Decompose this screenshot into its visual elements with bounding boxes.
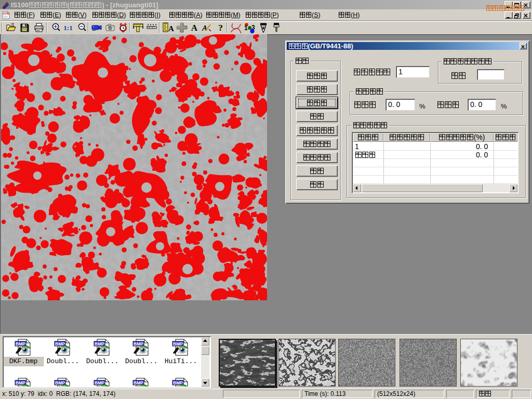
svg-text:DOC: DOC xyxy=(3,12,9,15)
svg-text:?: ? xyxy=(218,23,223,33)
svg-text:1: 1 xyxy=(244,24,248,32)
svg-text:A: A xyxy=(202,24,207,32)
svg-text:A: A xyxy=(168,24,174,33)
svg-text:A: A xyxy=(191,23,198,33)
svg-text:1:1: 1:1 xyxy=(63,24,72,32)
